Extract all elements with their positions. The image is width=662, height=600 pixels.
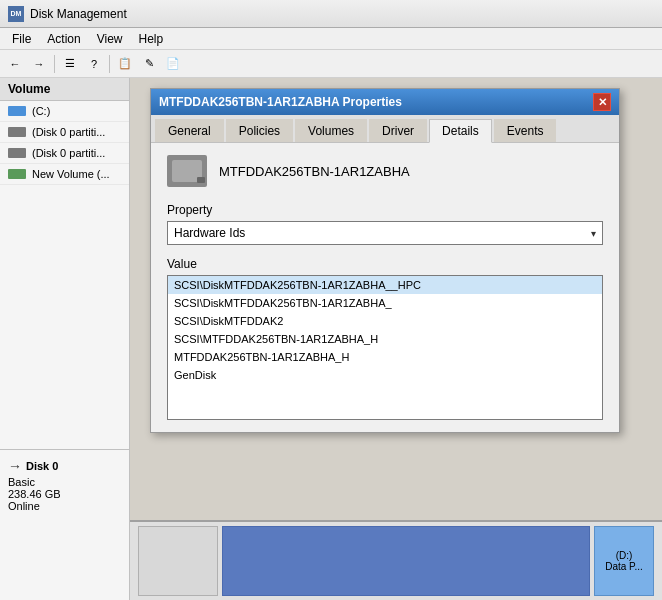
main-area: Volume (C:) (Disk 0 partiti... (Disk 0 p… (0, 78, 662, 600)
toolbar-back-btn[interactable]: ← (4, 53, 26, 75)
toolbar-list-btn[interactable]: ☰ (59, 53, 81, 75)
sidebar-item-c-label: (C:) (32, 105, 50, 117)
partition1-indicator (8, 127, 26, 137)
sidebar-item-partition1-label: (Disk 0 partiti... (32, 126, 105, 138)
bottom-disk-panel: (D:) Data P... (130, 520, 662, 600)
property-dropdown-value: Hardware Ids (174, 226, 245, 240)
value-list[interactable]: SCSI\DiskMTFDDAK256TBN-1AR1ZABHA__HPC SC… (167, 275, 603, 420)
menu-file[interactable]: File (4, 30, 39, 48)
toolbar-separator-2 (109, 55, 110, 73)
dialog-body: MTFDDAK256TBN-1AR1ZABHA Property Hardwar… (151, 143, 619, 432)
d-drive-label: (D:) (616, 550, 633, 561)
toolbar-edit-btn[interactable]: ✎ (138, 53, 160, 75)
value-label: Value (167, 257, 603, 271)
toolbar: ← → ☰ ? 📋 ✎ 📄 (0, 50, 662, 78)
menu-help[interactable]: Help (131, 30, 172, 48)
value-item-2[interactable]: SCSI\DiskMTFDDAK2 (168, 312, 602, 330)
window-icon: DM (8, 6, 24, 22)
device-header: MTFDDAK256TBN-1AR1ZABHA (167, 155, 603, 187)
content-area: MTFDDAK256TBN-1AR1ZABHA Properties ✕ Gen… (130, 78, 662, 600)
tab-driver[interactable]: Driver (369, 119, 427, 142)
disk-size: 238.46 GB (8, 488, 122, 500)
toolbar-forward-btn[interactable]: → (28, 53, 50, 75)
newvol-indicator (8, 169, 26, 179)
menu-view[interactable]: View (89, 30, 131, 48)
dialog-close-button[interactable]: ✕ (593, 93, 611, 111)
sidebar-item-partition2[interactable]: (Disk 0 partiti... (0, 143, 129, 164)
data-label: Data P... (605, 561, 643, 572)
disk-management-window: DM Disk Management File Action View Help… (0, 0, 662, 600)
properties-dialog: MTFDDAK256TBN-1AR1ZABHA Properties ✕ Gen… (150, 88, 620, 433)
value-item-0[interactable]: SCSI\DiskMTFDDAK256TBN-1AR1ZABHA__HPC (168, 276, 602, 294)
toolbar-help-btn[interactable]: ? (83, 53, 105, 75)
device-icon (167, 155, 207, 187)
device-name: MTFDDAK256TBN-1AR1ZABHA (219, 164, 410, 179)
toolbar-copy-btn[interactable]: 📋 (114, 53, 136, 75)
sidebar: Volume (C:) (Disk 0 partiti... (Disk 0 p… (0, 78, 130, 600)
value-item-1[interactable]: SCSI\DiskMTFDDAK256TBN-1AR1ZABHA_ (168, 294, 602, 312)
property-label: Property (167, 203, 603, 217)
title-bar: DM Disk Management (0, 0, 662, 28)
disk-arrow-icon: → (8, 458, 22, 474)
disk0-partition-box (222, 526, 590, 596)
disk-status: Online (8, 500, 122, 512)
dialog-title: MTFDDAK256TBN-1AR1ZABHA Properties (159, 95, 402, 109)
c-drive-indicator (8, 106, 26, 116)
disk-info-label: → Disk 0 (8, 458, 122, 474)
disk-label: Disk 0 (26, 460, 58, 472)
sidebar-item-c[interactable]: (C:) (0, 101, 129, 122)
window-title: Disk Management (30, 7, 127, 21)
property-dropdown[interactable]: Hardware Ids ▾ (167, 221, 603, 245)
partition2-indicator (8, 148, 26, 158)
d-drive-box: (D:) Data P... (594, 526, 654, 596)
sidebar-item-partition1[interactable]: (Disk 0 partiti... (0, 122, 129, 143)
disk-info-panel: → Disk 0 Basic 238.46 GB Online (0, 449, 130, 520)
sidebar-header: Volume (0, 78, 129, 101)
dialog-title-bar: MTFDDAK256TBN-1AR1ZABHA Properties ✕ (151, 89, 619, 115)
tab-details[interactable]: Details (429, 119, 492, 143)
value-item-5[interactable]: GenDisk (168, 366, 602, 384)
toolbar-separator-1 (54, 55, 55, 73)
disk-type: Basic (8, 476, 122, 488)
tab-policies[interactable]: Policies (226, 119, 293, 142)
menu-action[interactable]: Action (39, 30, 88, 48)
value-item-3[interactable]: SCSI\MTFDDAK256TBN-1AR1ZABHA_H (168, 330, 602, 348)
dropdown-arrow-icon: ▾ (591, 228, 596, 239)
sidebar-item-newvol[interactable]: New Volume (... (0, 164, 129, 185)
disk0-label-box (138, 526, 218, 596)
sidebar-item-newvol-label: New Volume (... (32, 168, 110, 180)
sidebar-item-partition2-label: (Disk 0 partiti... (32, 147, 105, 159)
tab-bar: General Policies Volumes Driver Details … (151, 115, 619, 143)
tab-general[interactable]: General (155, 119, 224, 142)
menu-bar: File Action View Help (0, 28, 662, 50)
value-item-4[interactable]: MTFDDAK256TBN-1AR1ZABHA_H (168, 348, 602, 366)
tab-volumes[interactable]: Volumes (295, 119, 367, 142)
tab-events[interactable]: Events (494, 119, 557, 142)
toolbar-doc-btn[interactable]: 📄 (162, 53, 184, 75)
